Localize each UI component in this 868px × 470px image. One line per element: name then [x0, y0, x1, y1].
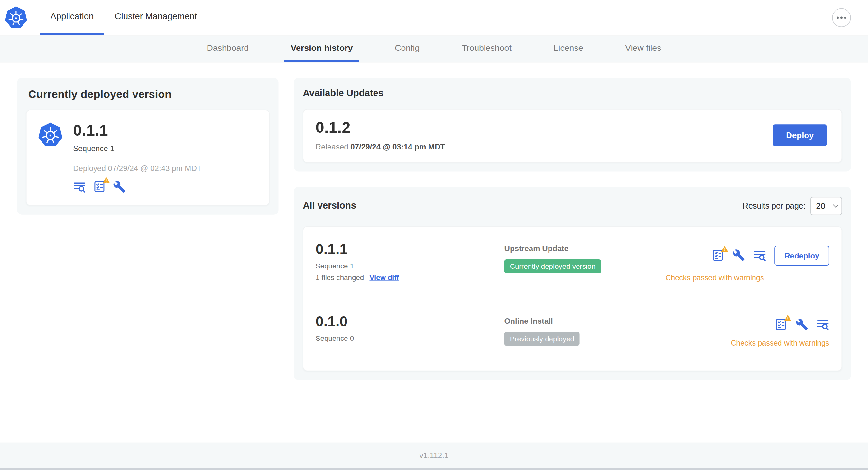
- version-sequence: Sequence 0: [316, 334, 504, 343]
- status-badge: Previously deployed: [504, 332, 580, 345]
- all-versions-card: All versions Results per page: 20: [294, 187, 851, 380]
- deployed-version-panel: 0.1.1 Sequence 1 Deployed 07/29/24 @ 02:…: [26, 110, 270, 206]
- view-diff-link[interactable]: View diff: [369, 274, 399, 282]
- released-date: 07/29/24 @ 03:14 pm MDT: [350, 142, 445, 151]
- edit-config-icon[interactable]: [796, 318, 808, 331]
- deploy-button[interactable]: Deploy: [773, 125, 827, 146]
- release-notes-icon[interactable]: [816, 318, 829, 331]
- preflight-checks-icon[interactable]: [711, 249, 724, 262]
- results-per-page-select-wrap: 20: [810, 197, 842, 215]
- admin-console: Application Cluster Management Dashboard…: [0, 0, 868, 470]
- version-info: 0.1.0 Sequence 0: [316, 313, 504, 342]
- tab-application-label: Application: [51, 11, 94, 22]
- top-nav-tabs: Application Cluster Management: [40, 0, 208, 35]
- version-row: 0.1.1 Sequence 1 1 files changed View di…: [303, 227, 842, 299]
- tab-cluster-management-label: Cluster Management: [115, 11, 197, 22]
- subnav-tab-config[interactable]: Config: [388, 35, 426, 62]
- app-sub-nav: Dashboard Version history Config Trouble…: [0, 35, 868, 62]
- all-versions-title: All versions: [303, 200, 356, 211]
- release-notes-icon[interactable]: [73, 180, 86, 193]
- update-info: 0.1.2 Released 07/29/24 @ 03:14 pm MDT: [316, 120, 445, 151]
- warning-triangle-icon: [102, 176, 110, 183]
- subnav-tab-version-history[interactable]: Version history: [284, 35, 359, 62]
- available-update-row: 0.1.2 Released 07/29/24 @ 03:14 pm MDT D…: [303, 109, 842, 163]
- app-icon: [38, 122, 63, 147]
- version-row: 0.1.0 Sequence 0 Online Install Previous…: [303, 299, 842, 371]
- all-versions-header: All versions Results per page: 20: [303, 197, 842, 215]
- subnav-tab-license[interactable]: License: [547, 35, 590, 62]
- deployed-version-info: 0.1.1 Sequence 1 Deployed 07/29/24 @ 02:…: [73, 122, 202, 193]
- version-source-block: Upstream Update Currently deployed versi…: [504, 241, 665, 273]
- version-number: 0.1.0: [316, 313, 504, 329]
- versions-list: 0.1.1 Sequence 1 1 files changed View di…: [303, 226, 842, 371]
- deployed-version-number: 0.1.1: [73, 122, 202, 139]
- version-actions: [774, 318, 829, 331]
- version-actions: Redeploy: [711, 246, 829, 266]
- results-per-page: Results per page: 20: [743, 197, 842, 215]
- version-source-block: Online Install Previously deployed: [504, 313, 731, 345]
- main-content: Currently deployed version 0.1.1 Sequenc…: [0, 62, 868, 442]
- version-number: 0.1.1: [316, 241, 504, 257]
- deployed-timestamp: Deployed 07/29/24 @ 02:43 pm MDT: [73, 164, 202, 173]
- currently-deployed-card: Currently deployed version 0.1.1 Sequenc…: [17, 78, 278, 215]
- edit-config-icon[interactable]: [732, 249, 745, 262]
- tab-cluster-management[interactable]: Cluster Management: [104, 0, 208, 35]
- checks-status-text: Checks passed with warnings: [665, 274, 764, 282]
- overflow-menu-button[interactable]: [832, 8, 851, 27]
- released-prefix: Released: [316, 142, 348, 151]
- ellipsis-icon: [837, 17, 839, 19]
- release-notes-icon[interactable]: [753, 249, 766, 262]
- version-source-label: Upstream Update: [504, 244, 665, 253]
- warning-triangle-icon: [721, 245, 728, 253]
- available-updates-card: Available Updates 0.1.2 Released 07/29/2…: [294, 78, 851, 171]
- redeploy-button[interactable]: Redeploy: [774, 246, 829, 266]
- results-per-page-select[interactable]: 20: [810, 197, 842, 215]
- preflight-checks-icon[interactable]: [774, 318, 787, 331]
- console-version: v1.112.1: [420, 451, 449, 460]
- deployed-version-actions: [73, 180, 202, 193]
- currently-deployed-title: Currently deployed version: [28, 88, 270, 101]
- warning-triangle-icon: [784, 314, 792, 321]
- footer: v1.112.1: [0, 443, 868, 470]
- version-info: 0.1.1 Sequence 1 1 files changed View di…: [316, 241, 504, 282]
- files-changed-label: 1 files changed: [316, 274, 364, 282]
- available-updates-title: Available Updates: [303, 88, 842, 99]
- version-source-label: Online Install: [504, 316, 731, 325]
- subnav-tab-troubleshoot[interactable]: Troubleshoot: [455, 35, 518, 62]
- status-badge: Currently deployed version: [504, 260, 601, 273]
- update-released-line: Released 07/29/24 @ 03:14 pm MDT: [316, 142, 445, 151]
- edit-config-icon[interactable]: [113, 180, 126, 193]
- subnav-tab-view-files[interactable]: View files: [619, 35, 668, 62]
- checks-status-text: Checks passed with warnings: [731, 339, 829, 347]
- preflight-checks-icon[interactable]: [93, 180, 106, 193]
- results-per-page-label: Results per page:: [743, 202, 806, 210]
- kubernetes-logo-icon: [4, 6, 28, 29]
- version-actions-block: Checks passed with warnings: [731, 313, 829, 347]
- update-version-number: 0.1.2: [316, 120, 445, 137]
- deployed-sequence-label: Sequence 1: [73, 144, 202, 153]
- files-changed-line: 1 files changed View diff: [316, 274, 504, 282]
- top-nav-bar: Application Cluster Management: [0, 0, 868, 35]
- version-actions-block: Redeploy Checks passed with warnings: [665, 241, 829, 282]
- right-column: Available Updates 0.1.2 Released 07/29/2…: [294, 78, 851, 380]
- tab-application[interactable]: Application: [40, 0, 104, 35]
- version-sequence: Sequence 1: [316, 262, 504, 270]
- subnav-tab-dashboard[interactable]: Dashboard: [200, 35, 255, 62]
